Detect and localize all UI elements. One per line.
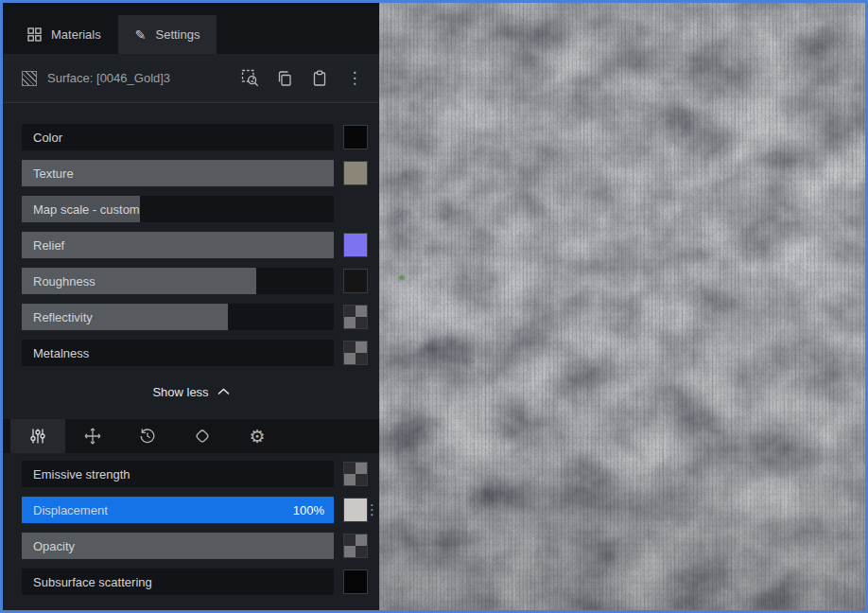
roughness-swatch[interactable] xyxy=(343,269,368,293)
property-row-emissive[interactable]: Emissive strength xyxy=(3,461,379,487)
viewport-shading-overlay xyxy=(379,3,865,610)
surface-header-actions: ⋮ xyxy=(238,67,366,90)
reflectivity-slider-track[interactable]: Reflectivity xyxy=(22,304,334,330)
opacity-slider-track[interactable]: Opacity xyxy=(22,533,334,559)
texture-slider-track[interactable]: Texture xyxy=(22,160,334,186)
tab-materials[interactable]: Materials xyxy=(10,15,118,54)
surface-hatch-icon xyxy=(22,71,37,86)
green-vegetation-speck xyxy=(399,275,405,280)
reflectivity-swatch[interactable] xyxy=(343,305,368,329)
property-row-map-scale[interactable]: Map scale - custom xyxy=(3,196,379,222)
texture-swatch[interactable] xyxy=(343,161,368,185)
tab-preferences[interactable]: ⚙ xyxy=(230,419,285,453)
tab-settings-label: Settings xyxy=(155,27,200,42)
copy-icon[interactable] xyxy=(273,67,296,90)
tab-adjust-sliders[interactable] xyxy=(10,419,65,453)
property-row-roughness[interactable]: Roughness xyxy=(3,268,379,294)
roughness-slider-track[interactable]: Roughness xyxy=(22,268,334,294)
app-window: Materials ✎ Settings Surface: [0046_Gold… xyxy=(0,0,868,613)
metalness-swatch[interactable] xyxy=(343,341,368,365)
property-label: Map scale - custom xyxy=(33,202,140,217)
paste-icon[interactable] xyxy=(308,67,331,90)
more-options-icon[interactable]: ⋮ xyxy=(343,67,366,90)
opacity-swatch[interactable] xyxy=(343,534,368,558)
tab-material[interactable] xyxy=(175,419,230,453)
tool-tabbar: ⚙ xyxy=(3,419,379,453)
property-label: Opacity xyxy=(33,539,75,553)
displacement-slider-track[interactable]: Displacement 100% xyxy=(22,497,334,523)
emissive-swatch[interactable] xyxy=(343,462,368,486)
property-label: Relief xyxy=(33,238,64,253)
detail-property-list: Emissive strength Displacement 100% ⋮ Op… xyxy=(3,453,379,604)
property-row-reflectivity[interactable]: Reflectivity xyxy=(3,304,379,330)
move-icon xyxy=(83,427,102,446)
tab-move[interactable] xyxy=(65,419,120,453)
property-label: Color xyxy=(33,131,62,145)
property-label: Reflectivity xyxy=(33,310,93,324)
tab-materials-label: Materials xyxy=(51,27,101,42)
relief-swatch[interactable] xyxy=(343,233,368,257)
property-label: Texture xyxy=(33,166,74,181)
viewport-3d[interactable] xyxy=(379,3,865,610)
property-row-metalness[interactable]: Metalness xyxy=(3,340,379,366)
surface-title: Surface: [0046_Gold]3 xyxy=(47,71,238,85)
color-slider-track[interactable]: Color xyxy=(22,124,334,150)
show-less-label: Show less xyxy=(152,385,208,399)
tab-settings[interactable]: ✎ Settings xyxy=(118,15,217,54)
property-row-color[interactable]: Color xyxy=(3,124,379,150)
property-row-relief[interactable]: Relief xyxy=(3,232,379,258)
show-less-button[interactable]: Show less xyxy=(3,376,379,408)
pick-material-icon[interactable] xyxy=(238,67,261,90)
displacement-options-icon[interactable]: ⋮ xyxy=(365,501,379,518)
property-label: Emissive strength xyxy=(33,467,130,482)
displacement-value: 100% xyxy=(293,503,324,517)
property-row-displacement[interactable]: Displacement 100% ⋮ xyxy=(3,497,379,523)
subsurface-slider-track[interactable]: Subsurface scattering xyxy=(22,569,334,595)
property-label: Metalness xyxy=(33,346,89,360)
property-label: Roughness xyxy=(33,274,95,289)
slider-fill xyxy=(22,232,334,258)
metalness-slider-track[interactable]: Metalness xyxy=(22,340,334,366)
surface-header: Surface: [0046_Gold]3 xyxy=(3,54,379,103)
pencil-icon: ✎ xyxy=(135,27,147,43)
material-icon xyxy=(193,427,212,446)
property-row-subsurface[interactable]: Subsurface scattering xyxy=(3,569,379,595)
property-label: Subsurface scattering xyxy=(33,575,152,589)
chevron-up-icon xyxy=(217,388,230,395)
gear-icon: ⚙ xyxy=(249,428,265,446)
property-list: Color Texture Map scale - custom xyxy=(3,103,379,376)
materials-grid-icon xyxy=(27,27,42,42)
subsurface-swatch[interactable] xyxy=(343,569,368,594)
map-scale-slider-track[interactable]: Map scale - custom xyxy=(22,196,334,222)
history-icon xyxy=(138,427,157,446)
emissive-slider-track[interactable]: Emissive strength xyxy=(22,461,334,487)
relief-slider-track[interactable]: Relief xyxy=(22,232,334,258)
property-row-texture[interactable]: Texture xyxy=(3,160,379,186)
sliders-icon xyxy=(28,427,47,446)
material-editor-panel: Materials ✎ Settings Surface: [0046_Gold… xyxy=(3,3,379,610)
tab-history[interactable] xyxy=(120,419,175,453)
panel-tabbar: Materials ✎ Settings xyxy=(3,3,379,54)
color-swatch[interactable] xyxy=(343,125,368,149)
property-row-opacity[interactable]: Opacity xyxy=(3,533,379,559)
property-label: Displacement xyxy=(33,503,108,517)
